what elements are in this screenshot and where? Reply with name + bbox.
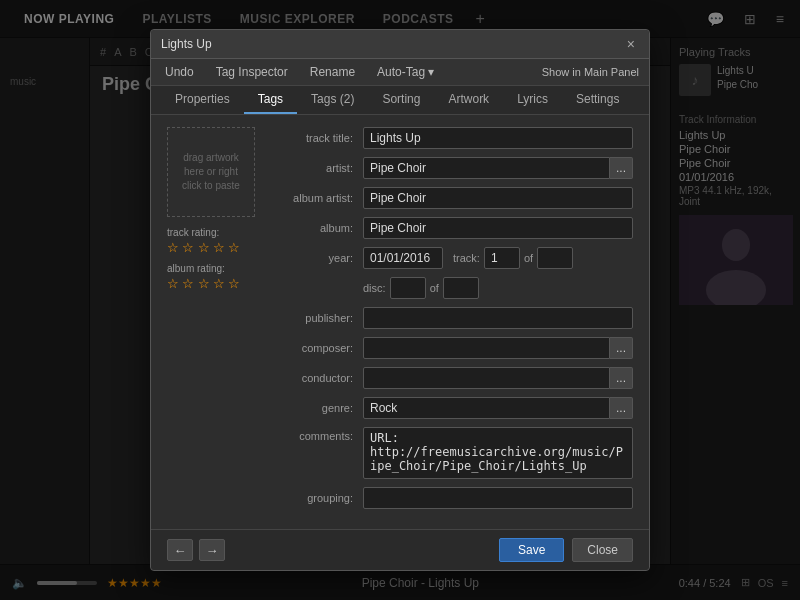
- disc-of-label: of: [430, 282, 439, 294]
- album-rating-label: album rating:: [167, 263, 225, 274]
- disc-label: disc:: [363, 282, 386, 294]
- track-star-5[interactable]: ☆: [228, 240, 240, 255]
- grouping-input[interactable]: [363, 487, 633, 509]
- undo-button[interactable]: Undo: [161, 63, 198, 81]
- tab-artwork[interactable]: Artwork: [434, 86, 503, 114]
- next-track-button[interactable]: →: [199, 539, 225, 561]
- track-star-2[interactable]: ☆: [182, 240, 194, 255]
- publisher-input[interactable]: [363, 307, 633, 329]
- track-stars[interactable]: ☆ ☆ ☆ ☆ ☆: [167, 240, 240, 255]
- conductor-row: conductor: ...: [275, 367, 633, 389]
- track-rating-label: track rating:: [167, 227, 219, 238]
- conductor-browse-button[interactable]: ...: [610, 367, 633, 389]
- track-of-label: of: [524, 252, 533, 264]
- artist-input[interactable]: [363, 157, 610, 179]
- prev-track-button[interactable]: ←: [167, 539, 193, 561]
- year-label: year:: [275, 252, 363, 264]
- artist-row: artist: ...: [275, 157, 633, 179]
- publisher-label: publisher:: [275, 312, 363, 324]
- artwork-dropzone[interactable]: drag artwork here or right click to past…: [167, 127, 255, 217]
- genre-label: genre:: [275, 402, 363, 414]
- album-star-1[interactable]: ☆: [167, 276, 179, 291]
- modal-footer: ← → Save Close: [151, 529, 649, 570]
- close-button[interactable]: Close: [572, 538, 633, 562]
- footer-nav: ← →: [167, 539, 225, 561]
- conductor-input[interactable]: [363, 367, 610, 389]
- left-artwork-panel: drag artwork here or right click to past…: [167, 127, 265, 517]
- conductor-input-group: ...: [363, 367, 633, 389]
- publisher-row: publisher:: [275, 307, 633, 329]
- track-star-3[interactable]: ☆: [198, 240, 210, 255]
- track-number-input[interactable]: [484, 247, 520, 269]
- disc-row: disc: of: [275, 277, 633, 299]
- comments-input[interactable]: URL: http://freemusicarchive.org/music/P…: [363, 427, 633, 479]
- album-star-3[interactable]: ☆: [198, 276, 210, 291]
- album-label: album:: [275, 222, 363, 234]
- rename-button[interactable]: Rename: [306, 63, 359, 81]
- album-artist-label: album artist:: [275, 192, 363, 204]
- tag-inspector-button[interactable]: Tag Inspector: [212, 63, 292, 81]
- album-artist-row: album artist:: [275, 187, 633, 209]
- composer-browse-button[interactable]: ...: [610, 337, 633, 359]
- track-number-label: track:: [453, 252, 480, 264]
- album-star-2[interactable]: ☆: [182, 276, 194, 291]
- modal-tabs: Properties Tags Tags (2) Sorting Artwork…: [151, 86, 649, 115]
- tab-lyrics[interactable]: Lyrics: [503, 86, 562, 114]
- grouping-row: grouping:: [275, 487, 633, 509]
- album-artist-input[interactable]: [363, 187, 633, 209]
- disc-total-input[interactable]: [443, 277, 479, 299]
- comments-row: comments: URL: http://freemusicarchive.o…: [275, 427, 633, 479]
- show-main-panel-link[interactable]: Show in Main Panel: [542, 66, 639, 78]
- genre-row: genre: ...: [275, 397, 633, 419]
- genre-input-group: ...: [363, 397, 633, 419]
- genre-input[interactable]: [363, 397, 610, 419]
- track-star-1[interactable]: ☆: [167, 240, 179, 255]
- modal-toolbar-right: Show in Main Panel: [542, 66, 639, 78]
- tag-editor-modal: Lights Up × Undo Tag Inspector Rename Au…: [150, 29, 650, 571]
- grouping-label: grouping:: [275, 492, 363, 504]
- track-total-input[interactable]: [537, 247, 573, 269]
- artist-input-group: ...: [363, 157, 633, 179]
- year-track-row: year: track: of: [275, 247, 633, 269]
- tab-tags[interactable]: Tags: [244, 86, 297, 114]
- album-stars[interactable]: ☆ ☆ ☆ ☆ ☆: [167, 276, 240, 291]
- modal-titlebar: Lights Up ×: [151, 30, 649, 59]
- modal-overlay: Lights Up × Undo Tag Inspector Rename Au…: [0, 0, 800, 600]
- tab-tags2[interactable]: Tags (2): [297, 86, 368, 114]
- track-title-input[interactable]: [363, 127, 633, 149]
- form-fields: track title: artist: ... album artist:: [275, 127, 633, 517]
- tab-settings[interactable]: Settings: [562, 86, 633, 114]
- conductor-label: conductor:: [275, 372, 363, 384]
- album-star-4[interactable]: ☆: [213, 276, 225, 291]
- artist-label: artist:: [275, 162, 363, 174]
- composer-input-group: ...: [363, 337, 633, 359]
- tab-properties[interactable]: Properties: [161, 86, 244, 114]
- composer-row: composer: ...: [275, 337, 633, 359]
- album-input[interactable]: [363, 217, 633, 239]
- footer-actions: Save Close: [499, 538, 633, 562]
- modal-toolbar: Undo Tag Inspector Rename Auto-Tag ▾ Sho…: [151, 59, 649, 86]
- artist-browse-button[interactable]: ...: [610, 157, 633, 179]
- modal-close-icon[interactable]: ×: [623, 36, 639, 52]
- composer-input[interactable]: [363, 337, 610, 359]
- save-button[interactable]: Save: [499, 538, 564, 562]
- modal-title: Lights Up: [161, 37, 623, 51]
- auto-tag-button[interactable]: Auto-Tag ▾: [373, 63, 438, 81]
- composer-label: composer:: [275, 342, 363, 354]
- track-star-4[interactable]: ☆: [213, 240, 225, 255]
- album-rating-row: album rating:: [167, 261, 225, 276]
- track-rating-row: track rating:: [167, 225, 219, 240]
- album-row: album:: [275, 217, 633, 239]
- modal-body: drag artwork here or right click to past…: [151, 115, 649, 529]
- comments-label: comments:: [275, 427, 363, 442]
- tab-sorting[interactable]: Sorting: [368, 86, 434, 114]
- track-title-row: track title:: [275, 127, 633, 149]
- track-title-label: track title:: [275, 132, 363, 144]
- album-star-5[interactable]: ☆: [228, 276, 240, 291]
- disc-input[interactable]: [390, 277, 426, 299]
- year-input[interactable]: [363, 247, 443, 269]
- genre-browse-button[interactable]: ...: [610, 397, 633, 419]
